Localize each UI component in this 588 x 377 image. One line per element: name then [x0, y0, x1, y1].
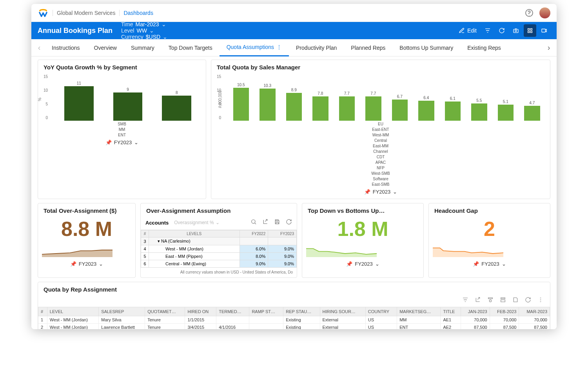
chevron-down-icon: ⌄: [375, 261, 379, 267]
tab-planned-reps[interactable]: Planned Reps: [344, 39, 392, 56]
svg-rect-7: [530, 31, 532, 33]
tab-summary[interactable]: Summary: [124, 39, 162, 56]
svg-rect-2: [514, 29, 518, 33]
chevron-down-icon: ⌄: [393, 189, 397, 195]
card-period-picker[interactable]: 📌FY2023⌄: [302, 259, 423, 271]
tabstrip: ‹ InstructionsOverviewSummaryTop Down Ta…: [31, 39, 557, 56]
table-row[interactable]: 4West - MM (Jordan)6.0%9.0%: [141, 245, 297, 253]
card-total-over-assignment: Total Over-Assignment ($) 8.8 M 📌FY2023⌄: [38, 203, 136, 278]
column-settings-icon[interactable]: [487, 297, 494, 304]
bluebar: Annual Bookings Plan TimeMar-2023⌄LevelW…: [31, 22, 557, 39]
card-topdown-vs-bottomsup: Top Down vs Bottoms Up… 1.8 M 📌FY2023⌄: [302, 203, 424, 278]
chevron-down-icon: ⌄: [99, 261, 103, 267]
svg-rect-4: [528, 29, 530, 30]
card-period-picker[interactable]: 📌FY2023⌄: [38, 259, 135, 271]
filter-level[interactable]: LevelWW⌄: [121, 27, 167, 34]
table-row[interactable]: 1West - MM (Jordan)Mary SilvaTenure1/1/2…: [38, 316, 550, 324]
card-title: Quota by Rep Assignment: [38, 282, 550, 294]
avatar[interactable]: [539, 7, 550, 18]
svg-rect-12: [501, 298, 505, 299]
svg-point-1: [529, 15, 530, 16]
edit-label: Edit: [467, 27, 477, 34]
pin-icon: 📌: [105, 140, 112, 145]
tab-top-down-targets[interactable]: Top Down Targets: [162, 39, 220, 56]
card-headcount-gap: Headcount Gap 2 📌FY2023⌄: [428, 203, 550, 278]
sparkline: [42, 243, 113, 257]
tab-instructions[interactable]: Instructions: [45, 39, 87, 56]
filter-icon[interactable]: [481, 24, 494, 37]
page-title: Annual Bookings Plan: [38, 27, 113, 35]
kpi-value: 1.8 M: [302, 216, 423, 241]
chevron-down-icon: ⌄: [134, 140, 138, 145]
tab-menu-icon[interactable]: ⋮: [276, 44, 282, 50]
camera-icon[interactable]: [510, 24, 522, 37]
grid-scope-label[interactable]: Accounts: [145, 220, 169, 226]
svg-point-16: [540, 301, 541, 302]
card-over-assignment-assumption: Over-Assignment Assumption Accounts Over…: [140, 203, 297, 278]
card-title: Headcount Gap: [429, 203, 550, 216]
chevron-down-icon: ⌄: [216, 220, 220, 225]
freeze-icon[interactable]: [500, 297, 506, 304]
tab-overview[interactable]: Overview: [87, 39, 124, 56]
edit-button[interactable]: Edit: [459, 27, 477, 34]
pin-icon: 📌: [473, 261, 479, 267]
kpi-value: 2: [429, 216, 550, 241]
more-icon[interactable]: [537, 297, 544, 304]
grid-column-picker[interactable]: Overassignment % ⌄: [174, 220, 219, 225]
chevron-down-icon: ⌄: [502, 261, 506, 267]
tab-existing-reps[interactable]: Existing Reps: [460, 39, 508, 56]
svg-rect-10: [488, 298, 493, 299]
tab-scroll-left-icon[interactable]: ‹: [34, 43, 45, 52]
refresh-icon[interactable]: [495, 24, 508, 37]
tab-quota-assumptions[interactable]: Quota Assumptions⋮: [220, 39, 289, 56]
export-icon[interactable]: [262, 219, 269, 227]
chevron-down-icon: ⌄: [162, 21, 166, 27]
tab-scroll-right-icon[interactable]: ›: [543, 43, 554, 52]
svg-point-3: [515, 30, 517, 32]
search-icon[interactable]: [250, 219, 257, 227]
breadcrumb-page[interactable]: Dashboards: [120, 10, 157, 16]
table-row[interactable]: 2West - MM (Jordan)Lawrence BartlettTenu…: [38, 324, 550, 330]
tab-productivity-plan[interactable]: Productivity Plan: [289, 39, 344, 56]
table-row[interactable]: 3▾ NA (Carlesimo): [141, 237, 297, 245]
card-period-picker[interactable]: 📌FY2023⌄: [211, 187, 550, 199]
sparkline: [306, 243, 377, 257]
present-icon[interactable]: [538, 24, 550, 37]
breadcrumb-org[interactable]: Global Modern Services: [53, 10, 120, 16]
chevron-down-icon: ⌄: [149, 27, 154, 34]
card-period-picker[interactable]: 📌FY2023⌄: [429, 259, 550, 271]
grid-view-icon[interactable]: [524, 24, 536, 37]
svg-rect-8: [542, 29, 545, 32]
svg-rect-6: [528, 31, 530, 33]
pin-icon: 📌: [70, 261, 76, 267]
card-quota-by-rep: Quota by Rep Assignment #LEVELSALESREPQU…: [38, 282, 550, 329]
svg-rect-5: [530, 29, 532, 30]
card-period-picker[interactable]: 📌FY2023⌄: [38, 137, 206, 149]
table-row[interactable]: 6Central - MM (Ewing)9.0%9.0%: [141, 260, 297, 268]
card-title: Total Over-Assignment ($): [38, 203, 135, 216]
card-title: Total Quota by Sales Manager: [211, 60, 550, 72]
over-assignment-table[interactable]: #LEVELSFY2022FY2023 3▾ NA (Carlesimo)4We…: [141, 230, 297, 268]
pin-icon: 📌: [346, 261, 352, 267]
topbar: Global Modern Services Dashboards: [31, 4, 557, 22]
currency-footnote: All currency values shown in USD - Unite…: [141, 268, 297, 277]
save-icon[interactable]: [274, 219, 280, 227]
quota-by-rep-table[interactable]: #LEVELSALESREPQUOTAMET…HIRED ONTERMED…RA…: [38, 307, 550, 329]
card-title: YoY Quota Growth % by Segment: [38, 60, 206, 72]
bar-chart-yoy: 151050%1198: [54, 74, 201, 121]
svg-point-9: [252, 220, 255, 223]
workday-logo-icon[interactable]: [38, 7, 49, 18]
help-icon[interactable]: [524, 8, 534, 18]
refresh-icon[interactable]: [286, 219, 292, 227]
filter-icon[interactable]: [462, 297, 468, 304]
refresh-icon[interactable]: [525, 297, 531, 304]
filter-time[interactable]: TimeMar-2023⌄: [121, 21, 167, 27]
svg-point-14: [540, 297, 541, 298]
export-icon[interactable]: [475, 297, 481, 304]
save-icon[interactable]: [512, 297, 519, 304]
tab-bottoms-up-summary[interactable]: Bottoms Up Summary: [392, 39, 460, 56]
svg-point-11: [489, 300, 491, 302]
pin-icon: 📌: [364, 189, 370, 195]
svg-rect-13: [501, 300, 505, 302]
table-row[interactable]: 5East - MM (Pippen)8.0%9.0%: [141, 253, 297, 260]
